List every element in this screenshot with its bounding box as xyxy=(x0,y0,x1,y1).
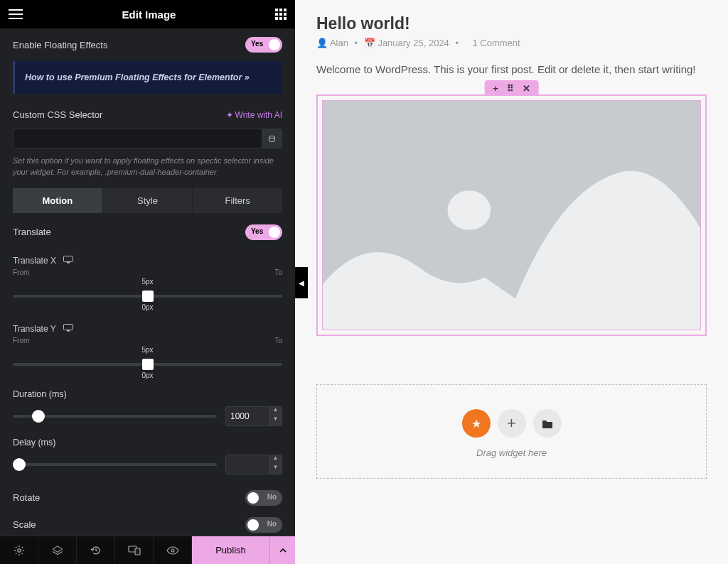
drop-zone-buttons: ★ + xyxy=(331,409,692,438)
scale-row: Scale No xyxy=(0,511,295,536)
translate-y-top-value: 5px xyxy=(141,346,153,354)
settings-icon[interactable] xyxy=(0,536,38,564)
translate-y-bottom-value: 0px xyxy=(13,372,282,379)
translate-row: Translate Yes xyxy=(0,213,295,249)
translate-x-top-value: 5px xyxy=(141,278,153,286)
svg-rect-11 xyxy=(67,262,70,264)
css-selector-input[interactable] xyxy=(13,129,262,148)
responsive-icon[interactable] xyxy=(63,256,73,266)
translate-x-label: Translate X xyxy=(13,256,56,266)
post-meta: 👤 Alan • 📅 January 25, 2024 • 1 Comment xyxy=(316,38,707,48)
effect-tabs: Motion Style Filters xyxy=(0,188,295,213)
svg-rect-2 xyxy=(284,9,287,11)
rotate-toggle[interactable]: No xyxy=(245,490,282,506)
duration-label: Duration (ms) xyxy=(0,382,295,402)
add-widget-icon[interactable]: + xyxy=(493,83,498,94)
post-author: Alan xyxy=(330,38,348,48)
editor-sidebar: Edit Image Enable Floating Effects Yes H… xyxy=(0,0,295,564)
collapse-panel-button[interactable]: ◀ xyxy=(295,267,308,298)
menu-icon[interactable] xyxy=(9,9,23,19)
help-link-box[interactable]: How to use Premium Floating Effects for … xyxy=(13,61,282,94)
svg-rect-13 xyxy=(67,330,70,332)
svg-rect-10 xyxy=(63,256,73,261)
close-icon[interactable]: ✕ xyxy=(523,83,530,94)
rotate-row: Rotate No xyxy=(0,479,295,511)
delay-input[interactable] xyxy=(225,455,269,474)
svg-rect-3 xyxy=(275,13,278,16)
translate-label: Translate xyxy=(13,227,51,237)
template-library-button[interactable] xyxy=(533,409,562,438)
drag-handle-icon[interactable]: ⠿ xyxy=(507,83,514,94)
svg-point-19 xyxy=(448,190,491,230)
preview-icon[interactable] xyxy=(154,536,192,564)
add-widget-button[interactable]: + xyxy=(498,409,526,438)
delay-spinner[interactable]: ▲▼ xyxy=(269,455,282,474)
dynamic-tags-button[interactable] xyxy=(262,129,282,148)
sidebar-header: Edit Image xyxy=(0,0,295,28)
sidebar-footer: Publish xyxy=(0,536,295,564)
translate-x-bottom-value: 0px xyxy=(13,303,282,311)
image-widget[interactable]: ✎ xyxy=(316,94,707,336)
tab-motion[interactable]: Motion xyxy=(13,188,103,213)
post-title: Hello world! xyxy=(316,14,707,33)
svg-point-9 xyxy=(269,136,275,138)
tab-style[interactable]: Style xyxy=(103,188,193,213)
translate-toggle[interactable]: Yes xyxy=(245,224,282,240)
drop-zone[interactable]: ★ + Drag widget here xyxy=(316,384,707,479)
post-date: January 25, 2024 xyxy=(378,38,449,48)
preview-pane: Hello world! 👤 Alan • 📅 January 25, 2024… xyxy=(295,0,728,564)
svg-rect-7 xyxy=(279,17,282,20)
css-selector-row: Custom CSS Selector ✦ Write with AI xyxy=(0,104,295,126)
sparkle-icon: ✦ xyxy=(226,110,233,120)
duration-input[interactable] xyxy=(225,406,269,426)
translate-y-slider[interactable] xyxy=(13,363,282,366)
sidebar-body: Enable Floating Effects Yes How to use P… xyxy=(0,28,295,536)
drop-zone-label: Drag widget here xyxy=(331,448,692,458)
tab-filters[interactable]: Filters xyxy=(193,188,282,213)
responsive-mode-icon[interactable] xyxy=(115,536,154,564)
css-helper-text: Set this option if you want to apply flo… xyxy=(0,156,295,188)
delay-slider[interactable] xyxy=(13,463,217,466)
svg-rect-16 xyxy=(135,548,140,555)
translate-x-slider[interactable] xyxy=(13,295,282,298)
translate-x-block: Translate X From To 5px 0px xyxy=(0,249,295,314)
svg-rect-0 xyxy=(275,9,278,11)
user-icon: 👤 xyxy=(316,38,328,48)
enable-floating-label: Enable Floating Effects xyxy=(13,40,107,50)
publish-options-button[interactable] xyxy=(269,536,295,564)
translate-y-block: Translate Y From To 5px 0px xyxy=(0,314,295,382)
duration-slider[interactable] xyxy=(13,415,217,418)
svg-rect-1 xyxy=(279,9,282,11)
duration-row: ▲▼ xyxy=(0,402,295,430)
navigator-icon[interactable] xyxy=(38,536,77,564)
svg-rect-6 xyxy=(275,17,278,20)
favorites-button[interactable]: ★ xyxy=(462,409,491,438)
post-comments[interactable]: 1 Comment xyxy=(472,38,520,48)
svg-rect-12 xyxy=(63,324,73,330)
publish-button[interactable]: Publish xyxy=(192,536,269,564)
scale-toggle[interactable]: No xyxy=(245,517,282,533)
svg-rect-8 xyxy=(284,17,287,20)
svg-point-14 xyxy=(17,548,20,551)
css-input-row xyxy=(0,126,295,156)
duration-spinner[interactable]: ▲▼ xyxy=(269,406,282,426)
svg-rect-4 xyxy=(279,13,282,16)
panel-title: Edit Image xyxy=(122,9,176,21)
delay-row: ▲▼ xyxy=(0,450,295,479)
widgets-grid-icon[interactable] xyxy=(275,9,287,20)
widget-toolbar: + ⠿ ✕ xyxy=(484,80,539,96)
post-body: Welcome to WordPress. This is your first… xyxy=(316,61,707,77)
translate-y-label: Translate Y xyxy=(13,324,56,334)
write-with-ai-link[interactable]: ✦ Write with AI xyxy=(226,110,282,120)
enable-floating-toggle[interactable]: Yes xyxy=(245,37,282,53)
delay-label: Delay (ms) xyxy=(0,430,295,450)
responsive-icon[interactable] xyxy=(63,324,73,334)
svg-point-17 xyxy=(171,549,174,552)
calendar-icon: 📅 xyxy=(364,38,375,48)
css-selector-label: Custom CSS Selector xyxy=(13,109,102,120)
image-placeholder xyxy=(322,100,701,330)
svg-rect-5 xyxy=(284,13,287,16)
history-icon[interactable] xyxy=(77,536,115,564)
image-widget-wrapper: + ⠿ ✕ ✎ xyxy=(316,94,707,336)
enable-floating-row: Enable Floating Effects Yes xyxy=(0,28,295,61)
